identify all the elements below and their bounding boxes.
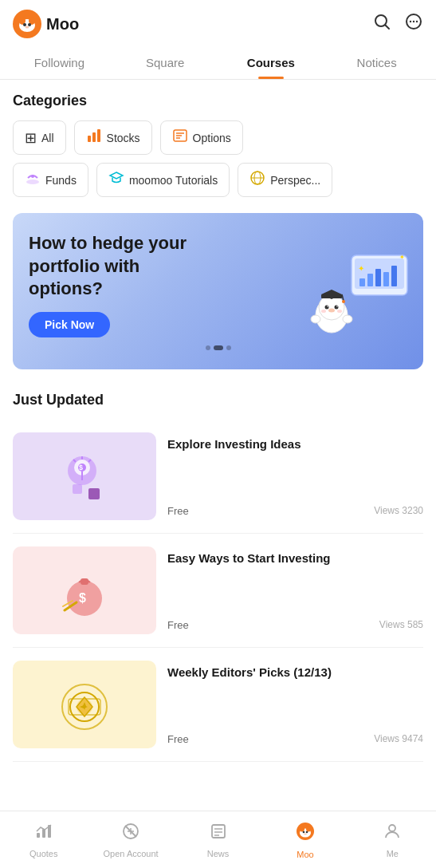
- just-updated-title: Just Updated: [13, 392, 423, 408]
- svg-rect-58: [88, 488, 100, 499]
- course-meta-1: Free Views 3230: [167, 505, 423, 517]
- course-list: $ Explore Investing Ideas Free Views 323…: [13, 420, 423, 762]
- course-price-2: Free: [167, 619, 189, 631]
- svg-line-8: [386, 26, 390, 30]
- course-info-1: Explore Investing Ideas Free Views 3230: [167, 432, 423, 520]
- bottom-nav-news[interactable]: News: [175, 815, 261, 865]
- svg-rect-14: [92, 132, 96, 142]
- category-moomoo-tutorials[interactable]: moomoo Tutorials: [96, 163, 230, 197]
- funds-icon: [25, 170, 41, 190]
- tab-following[interactable]: Following: [6, 48, 112, 79]
- banner-dots: [29, 345, 407, 350]
- svg-rect-57: [73, 484, 82, 494]
- logo: Moo: [13, 10, 372, 38]
- tab-square[interactable]: Square: [112, 48, 218, 79]
- svg-text:$: $: [79, 591, 86, 605]
- main-content: Categories ⊞ All Stocks: [0, 80, 436, 826]
- header-actions: [372, 12, 423, 36]
- course-thumbnail-3: [13, 661, 156, 748]
- search-icon: [372, 12, 391, 31]
- svg-point-5: [28, 23, 31, 26]
- course-views-2: Views 585: [379, 619, 423, 630]
- messages-button[interactable]: [404, 12, 423, 36]
- svg-point-82: [306, 826, 311, 831]
- course-price-3: Free: [167, 733, 189, 745]
- svg-point-12: [416, 21, 418, 22]
- course-views-1: Views 3230: [374, 505, 423, 516]
- svg-point-83: [303, 831, 305, 833]
- bottom-nav-me[interactable]: Me: [349, 815, 436, 865]
- banner[interactable]: How to hedge your portfolio with options…: [13, 213, 423, 369]
- course-thumbnail-2: $: [13, 546, 156, 634]
- bottom-nav-open-account[interactable]: Open Account: [87, 815, 174, 865]
- svg-rect-15: [97, 129, 100, 142]
- news-icon: [209, 822, 228, 846]
- course-item[interactable]: Weekly Editors' Picks (12/13) Free Views…: [13, 648, 423, 762]
- app-title: Moo: [46, 15, 79, 34]
- category-funds[interactable]: Funds: [13, 163, 88, 197]
- nav-tabs: Following Square Courses Notices: [0, 48, 436, 80]
- pick-now-button[interactable]: Pick Now: [29, 312, 110, 337]
- svg-rect-69: [42, 829, 45, 838]
- quotes-label: Quotes: [29, 849, 57, 858]
- course-info-3: Weekly Editors' Picks (12/13) Free Views…: [167, 661, 423, 748]
- course-item[interactable]: $ Explore Investing Ideas Free Views 323…: [13, 420, 423, 534]
- tab-notices[interactable]: Notices: [324, 48, 430, 79]
- categories-row-1: ⊞ All Stocks Options: [13, 120, 423, 155]
- course-item[interactable]: $ Easy Ways to Start Investing Free View…: [13, 534, 423, 648]
- bottom-nav: Quotes Open Account News: [0, 811, 436, 868]
- svg-point-6: [26, 26, 29, 29]
- course-thumbnail-1: $: [13, 432, 156, 520]
- svg-point-86: [389, 825, 395, 831]
- course-1-svg: $: [49, 440, 120, 512]
- course-title-2: Easy Ways to Start Investing: [167, 550, 423, 566]
- svg-rect-68: [37, 833, 40, 838]
- course-views-3: Views 9474: [374, 733, 423, 744]
- svg-text:$: $: [79, 464, 83, 471]
- course-title-3: Weekly Editors' Picks (12/13): [167, 664, 423, 681]
- course-2-svg: $: [49, 554, 120, 626]
- svg-point-20: [26, 180, 39, 184]
- open-account-icon: [121, 822, 140, 846]
- category-options[interactable]: Options: [160, 120, 243, 155]
- options-icon: [172, 128, 188, 148]
- search-button[interactable]: [372, 12, 391, 36]
- course-3-svg: [49, 669, 120, 740]
- svg-point-11: [413, 21, 414, 22]
- tab-courses[interactable]: Courses: [218, 48, 324, 79]
- header: Moo: [0, 0, 436, 48]
- bottom-nav-moo[interactable]: Moo: [261, 815, 348, 866]
- dot-1: [206, 345, 210, 350]
- svg-point-4: [23, 23, 26, 26]
- svg-point-85: [304, 833, 307, 834]
- svg-point-81: [300, 826, 304, 831]
- dot-3: [226, 345, 231, 350]
- svg-point-10: [410, 21, 411, 22]
- category-stocks[interactable]: Stocks: [74, 120, 152, 155]
- course-title-1: Explore Investing Ideas: [167, 436, 423, 452]
- quotes-icon: [34, 822, 53, 846]
- stocks-icon: [86, 128, 102, 148]
- banner-text: How to hedge your portfolio with options…: [29, 232, 407, 350]
- dot-2: [214, 345, 223, 350]
- category-perspectives[interactable]: Perspec...: [238, 163, 332, 197]
- perspectives-icon: [249, 170, 265, 190]
- course-meta-3: Free Views 9474: [167, 733, 423, 745]
- categories-row-2: Funds moomoo Tutorials Perspec...: [13, 163, 423, 197]
- svg-rect-13: [88, 136, 91, 142]
- tutorials-icon: [108, 170, 124, 190]
- svg-point-21: [31, 175, 34, 178]
- course-info-2: Easy Ways to Start Investing Free Views …: [167, 546, 423, 634]
- news-label: News: [207, 849, 230, 858]
- course-price-1: Free: [167, 505, 189, 517]
- category-all[interactable]: ⊞ All: [13, 120, 66, 155]
- moo-logo-icon: [13, 10, 41, 38]
- bottom-nav-quotes[interactable]: Quotes: [0, 815, 87, 865]
- course-meta-2: Free Views 585: [167, 619, 423, 631]
- me-label: Me: [387, 849, 399, 858]
- messages-icon: [404, 12, 423, 31]
- categories-title: Categories: [13, 93, 423, 109]
- svg-rect-60: [81, 578, 88, 585]
- svg-point-84: [306, 831, 308, 833]
- open-account-label: Open Account: [104, 849, 159, 858]
